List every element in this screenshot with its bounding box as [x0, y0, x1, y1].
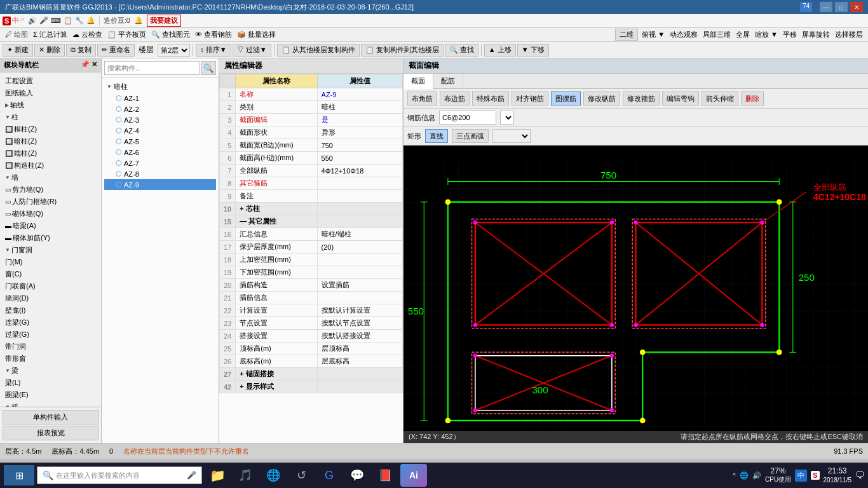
nav-item-hidden-beam[interactable]: ▬ 暗梁(A)	[3, 220, 98, 232]
search-input[interactable]	[104, 61, 200, 75]
prop-row-value[interactable]: 是	[317, 114, 402, 126]
delete-button[interactable]: ✕ 删除	[34, 44, 65, 57]
delete-rebar[interactable]: 删除	[741, 92, 764, 105]
toolbar-batch[interactable]: 📦 批量选择	[234, 30, 278, 39]
minimize-button[interactable]: —	[820, 2, 832, 12]
draw-rebar[interactable]: 图摆筋	[551, 92, 581, 105]
nav-item-end-col[interactable]: 🔲 端柱(Z)	[3, 147, 98, 159]
prop-row-value[interactable]	[317, 177, 402, 190]
view-select-floor[interactable]: 选择楼层	[832, 30, 865, 39]
nav-item-masonry-rebar[interactable]: ▬ 砌体加筋(Y)	[3, 232, 98, 244]
modify-long-rebar[interactable]: 修改纵筋	[583, 92, 620, 105]
arc-select[interactable]	[492, 129, 531, 143]
copy-button[interactable]: ⧉ 复制	[66, 44, 96, 57]
nav-item-wall-opening[interactable]: 墙洞(D)	[3, 292, 98, 304]
rename-button[interactable]: ✏ 重命名	[97, 44, 135, 57]
comp-item-az1[interactable]: ⬡ AZ-1	[104, 93, 216, 104]
copy-to-button[interactable]: 📋 复制构件到其他楼层	[361, 44, 444, 57]
start-button[interactable]: ⊞	[4, 465, 34, 485]
nav-item-masonry-wall[interactable]: ▭ 砌体墙(Q)	[3, 208, 98, 220]
report-preview-button[interactable]: 报表预览	[3, 426, 98, 440]
comp-item-az9[interactable]: ⬡ AZ-9	[104, 179, 216, 190]
view-fullscreen[interactable]: 全屏	[733, 30, 752, 39]
rebar-info-input[interactable]	[439, 111, 496, 125]
nav-item-column[interactable]: ▼ 柱	[3, 111, 98, 123]
view-zoom[interactable]: 缩放 ▼	[752, 30, 780, 39]
comp-item-az6[interactable]: ⬡ AZ-6	[104, 147, 216, 158]
arc-draw-btn[interactable]: 三点画弧	[452, 129, 489, 143]
copy-from-button[interactable]: 📋 从其他楼层复制构件	[277, 44, 360, 57]
toolbar-plate[interactable]: 📋 平齐板页	[105, 30, 149, 39]
nav-item-beam-l[interactable]: 梁(L)	[3, 377, 98, 389]
nav-item-frame-col[interactable]: 🔲 框柱(Z)	[3, 123, 98, 135]
nav-item-lintel[interactable]: 过梁(G)	[3, 329, 98, 341]
toolbar-find[interactable]: 🔍 查找图元	[149, 30, 193, 39]
help-btn[interactable]: 我要建议	[147, 15, 181, 27]
toolbar-icon-draw[interactable]: 🖊 绘图	[3, 30, 31, 39]
task-pdf[interactable]: 📕	[372, 464, 398, 487]
nav-item-beam[interactable]: ▼ 梁	[3, 365, 98, 377]
comp-item-az5[interactable]: ⬡ AZ-5	[104, 136, 216, 147]
nav-item-ring-beam[interactable]: 圈梁(E)	[3, 389, 98, 401]
task-ai[interactable]: Ai	[400, 464, 427, 487]
view-dynamic[interactable]: 动态观察	[667, 30, 700, 39]
taskbar-search[interactable]: 🔍 在这里输入你要搜索的内容 🎤	[37, 466, 202, 484]
task-chat[interactable]: 💬	[344, 464, 370, 487]
task-app2[interactable]: 🎵	[233, 464, 258, 487]
search-comp-button[interactable]: 🔍 查找	[445, 44, 478, 57]
nav-item-door-window[interactable]: ▼ 门窗洞	[3, 244, 98, 256]
task-g[interactable]: G	[316, 464, 342, 487]
comp-item-az7[interactable]: ⬡ AZ-7	[104, 158, 216, 168]
toolbar-sigma[interactable]: Σ 汇总计算	[31, 30, 70, 39]
prop-row-value[interactable]: AZ-9	[317, 88, 402, 101]
view-pan[interactable]: 平移	[780, 30, 799, 39]
nav-item-wall[interactable]: ▼ 墙	[3, 172, 98, 184]
nav-item-door[interactable]: 门(M)	[3, 256, 98, 268]
view-top[interactable]: 俯视 ▼	[639, 30, 667, 39]
filter-button[interactable]: ▽ 过滤▼	[233, 44, 271, 57]
view-2d[interactable]: 二维	[615, 29, 638, 41]
sogou-tray[interactable]: S	[811, 471, 819, 480]
nav-item-door-opening[interactable]: 带门洞	[3, 341, 98, 353]
move-up-button[interactable]: ▲ 上移	[484, 44, 516, 57]
comp-item-az4[interactable]: ⬡ AZ-4	[104, 125, 216, 136]
tab-rebar[interactable]: 配筋	[433, 74, 463, 88]
single-input-button[interactable]: 单构件输入	[3, 410, 98, 424]
notification-icon[interactable]: 🗨	[855, 470, 864, 480]
view-partial-3d[interactable]: 局部三维	[700, 30, 733, 39]
search-button[interactable]: 🔍	[201, 61, 216, 75]
arrow-extend[interactable]: 箭头伸缩	[702, 92, 738, 105]
place-special-rebar[interactable]: 特殊布筋	[472, 92, 509, 105]
nav-item-window[interactable]: 窗(C)	[3, 268, 98, 280]
layer-select[interactable]: 第2层	[158, 44, 190, 57]
line-draw-btn[interactable]: 直线	[425, 129, 448, 143]
toolbar-view-rebar[interactable]: 👁 查看钢筋	[193, 30, 234, 39]
task-refresh[interactable]: ↺	[288, 464, 314, 487]
new-button[interactable]: ✦ 新建	[3, 44, 33, 57]
task-file-explorer[interactable]: 📁	[205, 464, 230, 487]
align-rebar[interactable]: 对齐钢筋	[512, 92, 548, 105]
nav-item-door-window-combo[interactable]: 门联窗(A)	[3, 280, 98, 292]
edit-hook[interactable]: 编辑弯钩	[662, 92, 699, 105]
comp-root-hidden-col[interactable]: ▼ 暗柱	[104, 81, 216, 93]
lang-indicator[interactable]: 中	[795, 470, 807, 482]
modify-stirrup[interactable]: 修改箍筋	[623, 92, 660, 105]
nav-item-drawing[interactable]: 图纸输入	[3, 87, 98, 99]
move-down-button[interactable]: ▼ 下移	[517, 44, 549, 57]
nav-item-slab[interactable]: ▼ 板	[3, 401, 98, 407]
comp-item-az3[interactable]: ⬡ AZ-3	[104, 114, 216, 125]
sort-button[interactable]: ↕ 排序▼	[196, 44, 231, 57]
nav-item-engineering[interactable]: 工程设置	[3, 75, 98, 87]
nav-item-hidden-col[interactable]: 🔲 暗柱(Z)	[3, 135, 98, 147]
comp-item-az2[interactable]: ⬡ AZ-2	[104, 104, 216, 114]
nav-item-struct-col[interactable]: 🔲 构造柱(Z)	[3, 159, 98, 172]
maximize-button[interactable]: □	[835, 2, 848, 12]
place-corner-rebar[interactable]: 布角筋	[407, 92, 437, 105]
nav-item-niche[interactable]: 壁龛(I)	[3, 304, 98, 316]
nav-item-strip-window[interactable]: 带形窗	[3, 353, 98, 365]
rebar-select[interactable]	[500, 111, 514, 125]
nav-item-civil-wall[interactable]: ▭ 人防门框墙(R)	[3, 196, 98, 208]
nav-item-coupling-beam[interactable]: 连梁(G)	[3, 316, 98, 329]
nav-item-shear-wall[interactable]: ▭ 剪力墙(Q)	[3, 184, 98, 196]
tray-arrow[interactable]: ^	[733, 472, 736, 479]
